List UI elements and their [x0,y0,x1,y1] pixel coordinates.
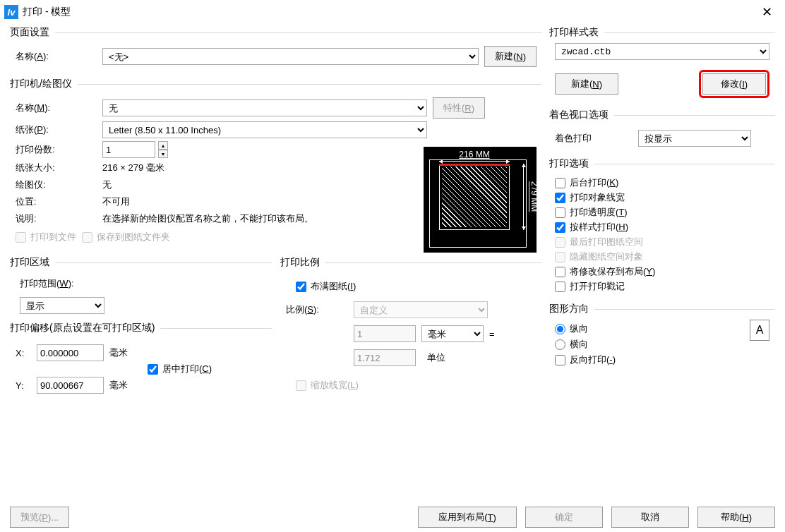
save-layout-checkbox[interactable]: 将修改保存到布局(Y) [555,265,769,278]
printer-group: 打印机/绘图仪 名称(M): 无 特性(R) 纸张(P): Letter (8.… [10,84,542,254]
upside-checkbox[interactable]: 反向打印(-) [555,353,750,366]
plot-style-select[interactable]: zwcad.ctb [555,43,769,60]
stamp-checkbox[interactable]: 打开打印戳记 [555,280,769,293]
desc-value: 在选择新的绘图仪配置名称之前，不能打印该布局。 [102,212,313,226]
y-label: Y: [16,380,31,391]
y-unit: 毫米 [109,379,128,392]
page-setup-title: 页面设置 [10,26,55,39]
scale-label: 比例(S): [286,303,348,316]
preview-button[interactable]: 预览(P)... [10,507,69,528]
paper-preview: 216 MM 279 MM [424,147,537,253]
trans-checkbox[interactable]: 打印透明度(T) [555,206,769,219]
x-unit: 毫米 [109,346,128,359]
plot-area-title: 打印区域 [10,256,55,269]
shaded-label: 着色打印 [555,132,633,145]
help-button[interactable]: 帮助(H) [697,507,775,528]
offset-x-input[interactable] [37,344,104,361]
printer-name-select[interactable]: 无 [102,99,427,116]
spin-up-icon[interactable]: ▲ [158,141,168,150]
orientation-icon: A [750,320,769,341]
window-title: 打印 - 模型 [23,6,71,18]
plot-options-group: 打印选项 后台打印(K) 打印对象线宽 打印透明度(T) 按样式打印(H) 最后… [549,164,775,301]
to-file-checkbox: 打印到文件 [16,231,76,243]
paper-select[interactable]: Letter (8.50 x 11.00 Inches) [102,121,427,138]
scale-lw-checkbox: 缩放线宽(L) [296,379,537,392]
plot-offset-group: 打印偏移(原点设置在可打印区域) X:毫米 Y:毫米 居中打印(C) [10,328,272,405]
modify-highlight: 修改(I) [699,70,769,98]
spin-down-icon[interactable]: ▼ [158,150,168,158]
location-value: 不可用 [102,195,130,209]
fit-checkbox[interactable]: 布满图纸(I) [296,280,537,293]
plot-area-group: 打印区域 打印范围(W): 显示 [10,262,272,320]
styles-checkbox[interactable]: 按样式打印(H) [555,221,769,234]
footer: 预览(P)... 应用到布局(T) 确定 取消 帮助(H) [10,507,775,528]
center-checkbox[interactable]: 居中打印(C) [148,363,212,375]
orientation-group: 图形方向 纵向 横向 反向打印(-) A [549,309,775,374]
plot-range-select[interactable]: 显示 [20,297,104,314]
ok-button[interactable]: 确定 [525,507,603,528]
scale-den-input [354,349,416,366]
printer-group-title: 打印机/绘图仪 [10,78,78,90]
bg-print-checkbox[interactable]: 后台打印(K) [555,176,769,189]
plotter-value: 无 [102,178,112,192]
lw-checkbox[interactable]: 打印对象线宽 [555,191,769,204]
copies-input[interactable] [102,141,155,158]
plot-style-title: 打印样式表 [549,26,604,39]
size-value: 216 × 279 毫米 [102,161,164,175]
unit-label: 单位 [427,351,445,364]
orientation-title: 图形方向 [549,303,594,315]
preview-height-label: 279 MM [529,164,539,230]
paper-label: 纸张(P): [16,123,97,136]
plot-options-title: 打印选项 [549,157,594,170]
x-label: X: [16,348,31,358]
app-icon: lv [4,5,18,19]
plot-range-label: 打印范围(W): [20,277,262,290]
save-folder-checkbox: 保存到图纸文件夹 [82,231,170,243]
style-new-button[interactable]: 新建(N) [555,73,618,95]
scale-select: 自定义 [354,301,488,318]
apply-button[interactable]: 应用到布局(T) [418,507,517,528]
cancel-button[interactable]: 取消 [611,507,689,528]
preview-width-label: 216 MM [439,150,510,159]
landscape-radio[interactable]: 横向 [555,338,750,351]
page-name-select[interactable]: <无> [102,48,479,65]
plot-scale-group: 打印比例 布满图纸(I) 比例(S): 自定义 毫米 = [280,262,542,428]
plot-style-group: 打印样式表 zwcad.ctb 新建(N) 修改(I) [549,32,775,107]
last-ps-checkbox: 最后打印图纸空间 [555,236,769,248]
plotter-label: 绘图仪: [16,179,97,191]
shaded-select[interactable]: 按显示 [638,130,751,147]
equals-label: = [489,329,495,339]
size-label: 纸张大小: [16,162,97,174]
printer-props-button[interactable]: 特性(R) [433,97,485,119]
location-label: 位置: [16,195,97,208]
shaded-group: 着色视口选项 着色打印 按显示 [549,115,775,155]
plot-scale-title: 打印比例 [280,256,325,269]
offset-y-input[interactable] [37,377,104,394]
portrait-radio[interactable]: 纵向 [555,322,750,335]
page-name-label: 名称(A): [16,50,97,63]
printer-name-label: 名称(M): [16,102,97,114]
copies-spinner[interactable]: ▲▼ [102,141,155,158]
plot-offset-title: 打印偏移(原点设置在可打印区域) [10,322,160,334]
page-new-button[interactable]: 新建(N) [484,46,537,67]
shaded-title: 着色视口选项 [549,109,614,121]
desc-label: 说明: [16,212,97,225]
page-setup-group: 页面设置 名称(A): <无> 新建(N) [10,32,542,75]
hide-ps-checkbox: 隐藏图纸空间对象 [555,250,769,263]
titlebar: lv 打印 - 模型 ✕ [0,0,785,24]
style-modify-button[interactable]: 修改(I) [702,73,766,95]
scale-num-input [354,325,416,342]
close-icon[interactable]: ✕ [756,4,778,20]
scale-unit-select[interactable]: 毫米 [421,325,484,342]
copies-label: 打印份数: [16,143,97,156]
